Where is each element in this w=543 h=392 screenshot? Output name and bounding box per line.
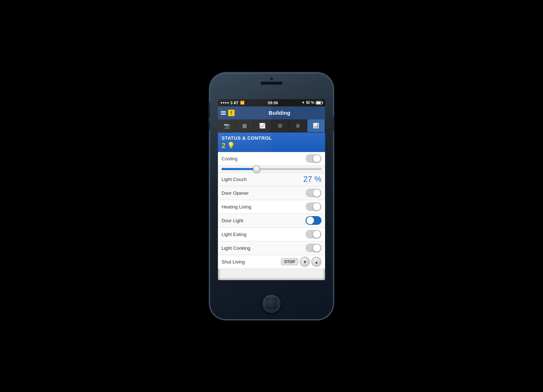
door-opener-toggle[interactable]	[306, 189, 321, 197]
status-bar: 3 AT 📶 09:56 ✦ 92 %	[218, 99, 325, 106]
shut-living-label: Shut Living	[222, 259, 245, 265]
cooling-slider-track	[222, 168, 321, 170]
bulb-icon: 💡	[227, 142, 235, 149]
alert-badge[interactable]: !	[228, 110, 235, 116]
phone-screen: 3 AT 📶 09:56 ✦ 92 % ! Building 📷	[218, 99, 325, 280]
display-icon: 🖥	[295, 123, 300, 128]
camera-icon: 📷	[224, 123, 230, 128]
phone-top	[210, 77, 333, 87]
shut-living-row: Shut Living STOP ▾ ▴	[218, 255, 325, 269]
nav-bar: ! Building	[218, 106, 325, 119]
light-cooking-row: Light Cooking	[218, 241, 325, 255]
light-cooking-toggle[interactable]	[306, 244, 321, 252]
tab-camera[interactable]: 📷	[218, 119, 236, 132]
wifi-icon: 📶	[240, 101, 244, 105]
tab-bars[interactable]: 📊	[307, 119, 325, 132]
tab-grid[interactable]: ⊞	[272, 119, 289, 132]
door-light-row: Door Light	[218, 214, 325, 228]
light-couch-value: 27 %	[303, 174, 321, 184]
control-list: Cooling Light Couch 27 % Do	[218, 152, 325, 269]
mute-button[interactable]	[209, 102, 210, 109]
slider-thumb[interactable]	[253, 165, 260, 173]
heating-living-row: Heating Living	[218, 200, 325, 214]
chart-icon: 📈	[259, 123, 265, 128]
door-light-label: Door Light	[222, 218, 243, 223]
light-eating-row: Light Eating	[218, 228, 325, 241]
volume-down-button[interactable]	[209, 121, 210, 130]
cooling-row: Cooling	[218, 152, 325, 166]
home-button[interactable]	[262, 295, 281, 313]
grid-icon: ⊞	[278, 123, 282, 128]
earpiece-speaker	[261, 82, 282, 85]
hamburger-button[interactable]	[221, 111, 226, 115]
battery-icon	[316, 101, 322, 105]
tab-bar: 📷 ▦ 📈 ⊞ 🖥 📊	[218, 119, 325, 132]
status-left: 3 AT 📶	[221, 101, 244, 105]
shutter-up-button[interactable]: ▴	[311, 257, 321, 267]
phone-shell: 3 AT 📶 09:56 ✦ 92 % ! Building 📷	[210, 73, 333, 319]
cooling-label: Cooling	[222, 156, 237, 161]
door-opener-row: Door Opener	[218, 186, 325, 200]
door-opener-label: Door Opener	[222, 190, 249, 196]
shutter-down-button[interactable]: ▾	[300, 257, 310, 267]
bars-icon: 📊	[313, 123, 319, 128]
stop-button[interactable]: STOP	[281, 258, 298, 265]
battery-percent: 92 %	[306, 101, 314, 105]
bluetooth-icon: ✦	[302, 101, 304, 105]
light-couch-label: Light Couch	[222, 177, 247, 182]
status-header-sub: 2 💡	[222, 142, 321, 150]
nav-title: Building	[237, 110, 322, 116]
cooling-toggle[interactable]	[306, 154, 321, 163]
slider-fill	[222, 168, 257, 170]
signal-strength	[221, 102, 229, 104]
light-couch-row: Light Couch 27 %	[218, 173, 325, 186]
blinds-icon: ▦	[242, 123, 247, 128]
content-area: STATUS & CONTROL 2 💡 Cooling	[218, 132, 325, 269]
status-count: 2	[222, 142, 226, 150]
light-cooking-label: Light Cooking	[222, 245, 251, 251]
tab-display[interactable]: 🖥	[289, 119, 307, 132]
light-eating-toggle[interactable]	[306, 230, 321, 239]
power-button[interactable]	[333, 117, 334, 131]
shut-living-controls: STOP ▾ ▴	[281, 257, 321, 267]
tab-blinds[interactable]: ▦	[236, 119, 253, 132]
cooling-slider-row	[218, 166, 325, 173]
status-header: STATUS & CONTROL 2 💡	[218, 132, 325, 152]
status-time: 09:56	[268, 101, 278, 105]
tab-chart[interactable]: 📈	[254, 119, 272, 132]
front-camera	[270, 77, 273, 80]
light-eating-label: Light Eating	[222, 232, 247, 237]
door-light-toggle[interactable]	[306, 216, 321, 225]
heating-living-label: Heating Living	[222, 204, 251, 210]
heating-living-toggle[interactable]	[306, 202, 321, 211]
volume-up-button[interactable]	[209, 109, 210, 118]
carrier-label: 3 AT	[230, 101, 239, 105]
status-right: ✦ 92 %	[302, 101, 322, 105]
status-control-title: STATUS & CONTROL	[222, 135, 321, 141]
home-button-inner	[265, 297, 278, 310]
